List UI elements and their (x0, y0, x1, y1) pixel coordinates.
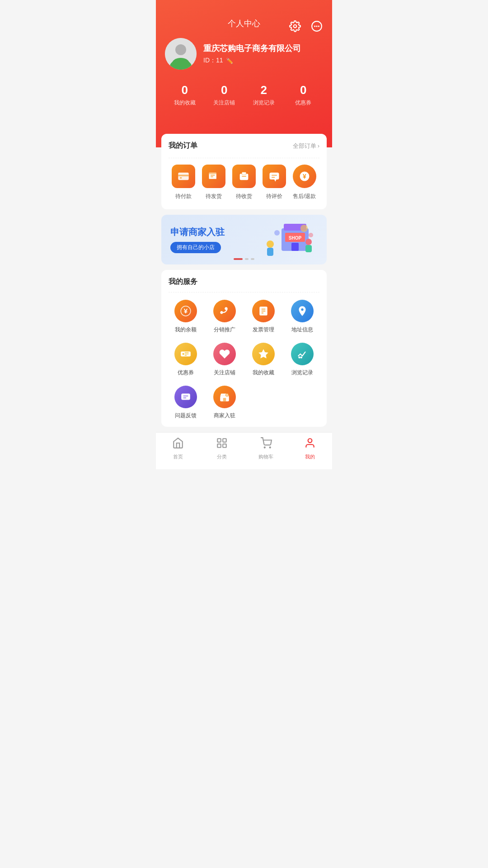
svg-point-0 (294, 25, 297, 28)
order-header: 我的订单 全部订单 › (169, 141, 319, 151)
svg-rect-61 (218, 444, 221, 448)
banner-dots (234, 258, 254, 260)
order-label-after-sale: 售后/退款 (293, 193, 316, 200)
stat-number-browse: 2 (244, 83, 284, 97)
cart-icon (260, 437, 272, 452)
stat-browse-history[interactable]: 2 浏览记录 (244, 83, 284, 107)
svg-rect-33 (305, 245, 312, 252)
service-browse-history[interactable]: 浏览记录 (285, 343, 319, 377)
service-label-favorites: 我的收藏 (253, 369, 274, 377)
order-after-sale[interactable]: ¥ 售后/退款 (293, 165, 316, 200)
svg-point-34 (300, 225, 308, 232)
service-merchant[interactable]: 商家入驻 (207, 386, 242, 420)
svg-rect-17 (242, 172, 246, 175)
service-label-balance: 我的余额 (175, 326, 197, 334)
services-grid: ¥ 我的余额 分销推广 (169, 300, 319, 420)
order-label-pending-ship: 待发货 (206, 193, 222, 200)
order-label-pending-review: 待评价 (266, 193, 282, 200)
service-label-follow-shop: 关注店铺 (214, 369, 235, 377)
banner-merchant[interactable]: 申请商家入驻 拥有自己的小店 SHOP (161, 215, 327, 264)
svg-point-44 (182, 353, 184, 355)
bottom-navigation: 首页 分类 购物车 我的 (156, 432, 332, 469)
service-follow-shop[interactable]: 关注店铺 (207, 343, 242, 377)
settings-icon[interactable] (287, 18, 303, 34)
svg-point-65 (308, 439, 312, 443)
company-name: 重庆芯购电子商务有限公司 (203, 43, 323, 54)
svg-rect-19 (269, 173, 279, 179)
service-feedback[interactable]: 问题反馈 (169, 386, 203, 420)
stat-followed-shops[interactable]: 0 关注店铺 (205, 83, 244, 107)
stat-number-coupons: 0 (284, 83, 324, 97)
stat-number-favorites: 0 (165, 83, 205, 97)
order-pending-receive[interactable]: 待收货 (232, 165, 256, 200)
dot-active (234, 258, 243, 260)
stats-row: 0 我的收藏 0 关注店铺 2 浏览记录 0 优惠券 (165, 79, 323, 111)
svg-text:¥: ¥ (303, 173, 306, 180)
banner-subtitle[interactable]: 拥有自己的小店 (170, 242, 221, 253)
stat-label-browse: 浏览记录 (244, 99, 284, 107)
nav-mine[interactable]: 我的 (288, 437, 333, 460)
svg-rect-55 (223, 398, 226, 401)
service-label-browse-history: 浏览记录 (291, 369, 313, 377)
user-id: ID：11 ✏️ (203, 57, 323, 65)
header-section: 个人中心 重庆芯购电子商务有限公 (156, 0, 332, 147)
svg-rect-11 (180, 177, 182, 178)
svg-point-64 (269, 447, 270, 448)
svg-rect-60 (223, 439, 226, 442)
category-icon (216, 437, 228, 452)
service-coupon[interactable]: 优惠券 (169, 343, 203, 377)
home-icon (172, 437, 184, 452)
svg-point-35 (309, 233, 313, 237)
svg-marker-22 (274, 179, 277, 182)
avatar[interactable] (165, 38, 197, 70)
service-label-distribution: 分销推广 (214, 326, 235, 334)
nav-category[interactable]: 分类 (200, 437, 244, 460)
person-icon (304, 437, 316, 452)
svg-point-36 (274, 230, 280, 236)
nav-label-category: 分类 (217, 453, 227, 460)
orders-card: 我的订单 全部订单 › 待付款 (161, 134, 327, 209)
svg-point-6 (175, 44, 186, 55)
svg-point-63 (264, 447, 265, 448)
order-pending-ship[interactable]: 待发货 (202, 165, 225, 200)
order-status-list: 待付款 待发货 待收货 (169, 158, 319, 202)
dot-inactive-2 (251, 258, 254, 260)
svg-marker-48 (258, 349, 268, 359)
service-label-merchant: 商家入驻 (214, 412, 235, 420)
nav-cart[interactable]: 购物车 (244, 437, 288, 460)
stat-number-followed: 0 (205, 83, 244, 97)
nav-label-home: 首页 (173, 453, 183, 460)
svg-point-30 (267, 241, 274, 248)
order-label-pending-payment: 待付款 (175, 193, 192, 200)
service-label-coupon: 优惠券 (178, 369, 194, 377)
service-label-invoice: 发票管理 (253, 326, 274, 334)
stat-coupons[interactable]: 0 优惠券 (284, 83, 324, 107)
service-favorites[interactable]: 我的收藏 (246, 343, 281, 377)
svg-rect-62 (223, 444, 226, 448)
stat-favorites[interactable]: 0 我的收藏 (165, 83, 205, 107)
order-pending-payment[interactable]: 待付款 (172, 165, 195, 200)
edit-icon[interactable]: ✏️ (226, 57, 233, 64)
services-title: 我的服务 (169, 277, 319, 292)
service-address[interactable]: 地址信息 (285, 300, 319, 334)
dot-inactive-1 (245, 258, 249, 260)
service-invoice[interactable]: 发票管理 (246, 300, 281, 334)
nav-label-cart: 购物车 (258, 453, 273, 460)
nav-label-mine: 我的 (305, 453, 315, 460)
svg-point-38 (221, 311, 222, 313)
order-pending-review[interactable]: 待评价 (263, 165, 286, 200)
order-title: 我的订单 (169, 141, 197, 151)
svg-rect-59 (218, 439, 221, 442)
service-balance[interactable]: ¥ 我的余额 (169, 300, 203, 334)
service-label-address: 地址信息 (291, 326, 313, 334)
service-distribution[interactable]: 分销推广 (207, 300, 242, 334)
banner-illustration: SHOP (259, 219, 318, 260)
svg-point-32 (305, 239, 312, 245)
stat-label-favorites: 我的收藏 (165, 99, 205, 107)
services-card: 我的服务 ¥ 我的余额 分销推广 (161, 270, 327, 427)
nav-home[interactable]: 首页 (156, 437, 200, 460)
stat-label-coupons: 优惠券 (284, 99, 324, 107)
svg-rect-10 (178, 175, 189, 177)
view-all-orders[interactable]: 全部订单 › (293, 142, 319, 150)
message-icon[interactable] (309, 18, 325, 34)
